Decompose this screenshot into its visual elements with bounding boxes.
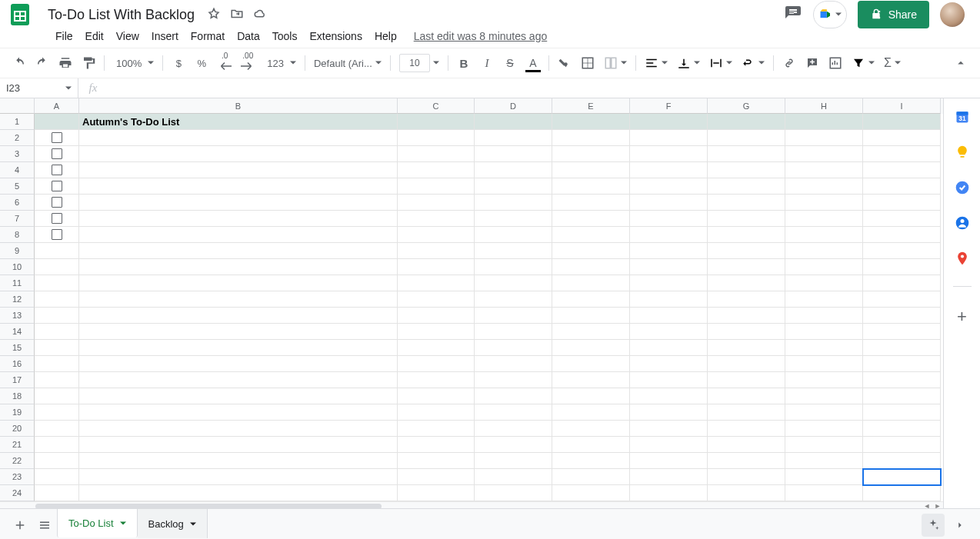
cell-C7[interactable] [398, 211, 475, 227]
cell-F2[interactable] [630, 130, 708, 146]
cell-G2[interactable] [708, 130, 785, 146]
text-color-button[interactable]: A [522, 52, 544, 74]
cell-A13[interactable] [35, 308, 79, 324]
cell-B13[interactable] [79, 308, 398, 324]
cell-G8[interactable] [708, 227, 785, 243]
cell-I13[interactable] [863, 308, 941, 324]
row-header-8[interactable]: 8 [0, 227, 35, 243]
cell-I2[interactable] [863, 130, 941, 146]
cell-F17[interactable] [630, 372, 708, 388]
cell-D8[interactable] [475, 227, 552, 243]
cell-E8[interactable] [552, 227, 630, 243]
tasks-addon-icon[interactable] [955, 180, 970, 195]
font-family-dropdown[interactable]: Default (Ari... [309, 53, 386, 73]
all-sheets-button[interactable] [32, 513, 57, 537]
cell-H13[interactable] [785, 308, 863, 324]
cell-A6[interactable] [35, 195, 79, 211]
cell-D3[interactable] [475, 146, 552, 162]
insert-comment-button[interactable] [802, 52, 823, 74]
cell-C16[interactable] [398, 356, 475, 372]
cell-A20[interactable] [35, 421, 79, 437]
cell-H15[interactable] [785, 340, 863, 356]
cell-I23[interactable] [863, 469, 941, 485]
cell-E9[interactable] [552, 243, 630, 259]
add-sheet-button[interactable] [8, 513, 32, 537]
cell-G6[interactable] [708, 195, 785, 211]
cell-B1[interactable]: Autumn's To-Do List [79, 114, 398, 130]
cell-G10[interactable] [708, 259, 785, 275]
cell-C20[interactable] [398, 421, 475, 437]
cell-I3[interactable] [863, 146, 941, 162]
cell-A11[interactable] [35, 275, 79, 291]
cell-E1[interactable] [552, 114, 630, 130]
cell-H8[interactable] [785, 227, 863, 243]
redo-button[interactable] [32, 52, 53, 74]
row-header-19[interactable]: 19 [0, 404, 35, 421]
cell-I22[interactable] [863, 453, 941, 469]
cell-E19[interactable] [552, 404, 630, 421]
row-header-1[interactable]: 1 [0, 114, 35, 130]
cell-F3[interactable] [630, 146, 708, 162]
checkbox-icon[interactable] [52, 148, 62, 159]
cell-C11[interactable] [398, 275, 475, 291]
cell-D12[interactable] [475, 291, 552, 308]
cell-H14[interactable] [785, 324, 863, 340]
cell-F14[interactable] [630, 324, 708, 340]
insert-chart-button[interactable] [825, 52, 846, 74]
cell-C9[interactable] [398, 243, 475, 259]
cell-C12[interactable] [398, 291, 475, 308]
cell-G16[interactable] [708, 356, 785, 372]
cell-G20[interactable] [708, 421, 785, 437]
cell-E24[interactable] [552, 485, 630, 501]
cell-B8[interactable] [79, 227, 398, 243]
row-header-9[interactable]: 9 [0, 243, 35, 259]
cell-I21[interactable] [863, 437, 941, 453]
cell-H16[interactable] [785, 356, 863, 372]
menu-data[interactable]: Data [231, 27, 266, 45]
cell-F10[interactable] [630, 259, 708, 275]
cell-C10[interactable] [398, 259, 475, 275]
row-header-2[interactable]: 2 [0, 130, 35, 146]
cell-D5[interactable] [475, 178, 552, 195]
cell-G18[interactable] [708, 388, 785, 404]
cell-D2[interactable] [475, 130, 552, 146]
column-header-E[interactable]: E [552, 98, 630, 114]
cell-H1[interactable] [785, 114, 863, 130]
borders-button[interactable] [577, 52, 598, 74]
cell-I12[interactable] [863, 291, 941, 308]
cell-B22[interactable] [79, 453, 398, 469]
cell-I11[interactable] [863, 275, 941, 291]
cell-A2[interactable] [35, 130, 79, 146]
cell-G24[interactable] [708, 485, 785, 501]
cell-B24[interactable] [79, 485, 398, 501]
cell-H3[interactable] [785, 146, 863, 162]
cell-C23[interactable] [398, 469, 475, 485]
cell-I18[interactable] [863, 388, 941, 404]
side-panel-toggle[interactable] [948, 513, 972, 537]
format-percent-button[interactable]: % [191, 52, 212, 74]
cell-E11[interactable] [552, 275, 630, 291]
cell-I19[interactable] [863, 404, 941, 421]
cell-C17[interactable] [398, 372, 475, 388]
print-button[interactable] [55, 52, 76, 74]
row-header-5[interactable]: 5 [0, 178, 35, 195]
cell-A18[interactable] [35, 388, 79, 404]
sheet-tab-menu-icon[interactable] [190, 518, 196, 530]
cell-H24[interactable] [785, 485, 863, 501]
cell-C4[interactable] [398, 162, 475, 178]
cell-C22[interactable] [398, 453, 475, 469]
cell-G1[interactable] [708, 114, 785, 130]
sheet-tab-backlog[interactable]: Backlog [138, 509, 208, 538]
name-box[interactable]: I23 [0, 78, 78, 98]
increase-decimal-button[interactable]: .00 [237, 52, 258, 74]
cell-C15[interactable] [398, 340, 475, 356]
select-all-corner[interactable] [0, 98, 35, 114]
cell-H17[interactable] [785, 372, 863, 388]
horizontal-align-dropdown[interactable] [640, 53, 672, 73]
cell-E20[interactable] [552, 421, 630, 437]
last-edit-link[interactable]: Last edit was 8 minutes ago [414, 30, 548, 42]
cell-A8[interactable] [35, 227, 79, 243]
column-header-I[interactable]: I [863, 98, 941, 114]
cell-A24[interactable] [35, 485, 79, 501]
cell-E3[interactable] [552, 146, 630, 162]
